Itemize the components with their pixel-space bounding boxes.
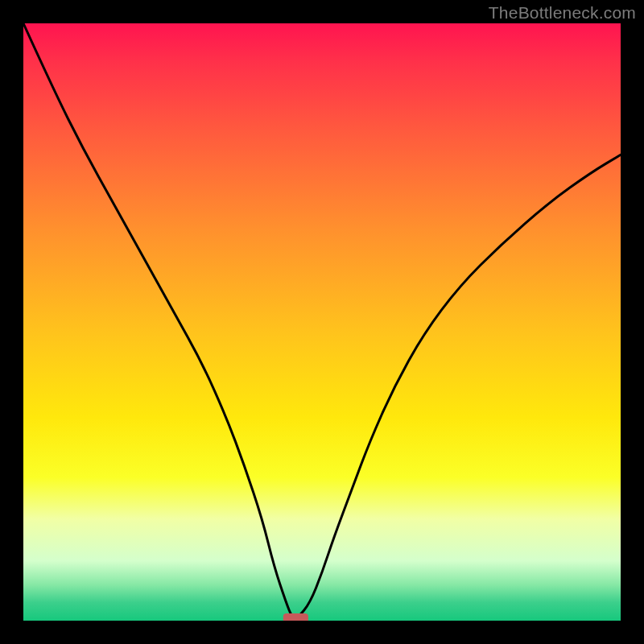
chart-curve-layer [23,23,621,621]
watermark-text: TheBottleneck.com [489,3,636,23]
plot-area [23,23,621,621]
outer-frame: TheBottleneck.com [0,0,644,644]
bottom-marker [283,613,308,621]
curve-line [23,23,621,617]
